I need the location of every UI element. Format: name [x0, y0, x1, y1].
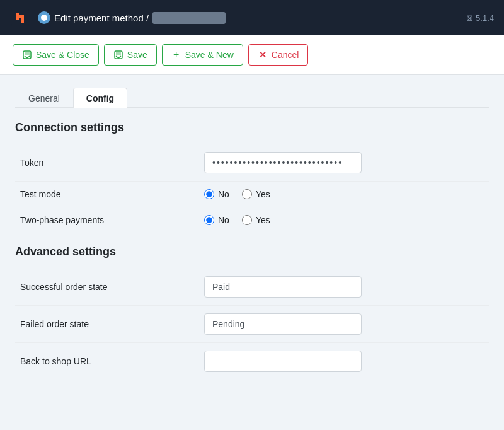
connection-form: Token Test mode No Yes [15, 144, 489, 233]
tab-bar: General Config [15, 88, 489, 108]
save-new-icon: + [171, 50, 181, 60]
toolbar: Save & Close Save + Save & New ✕ Cancel [0, 35, 504, 75]
topbar: Edit payment method / ⊠ 5.1.4 [0, 0, 504, 35]
connection-settings-title: Connection settings [15, 121, 489, 134]
cancel-icon: ✕ [258, 50, 268, 60]
advanced-form: Successful order state Failed order stat… [15, 269, 489, 380]
tab-config[interactable]: Config [73, 88, 127, 108]
two-phase-label: Two-phase payments [15, 215, 204, 225]
save-icon [113, 50, 123, 60]
test-mode-no-label: No [218, 189, 229, 199]
svg-rect-3 [25, 52, 30, 55]
two-phase-row: Two-phase payments No Yes [15, 207, 489, 233]
save-new-label: Save & New [185, 50, 234, 60]
test-mode-row: Test mode No Yes [15, 182, 489, 207]
advanced-settings-title: Advanced settings [15, 245, 489, 259]
test-mode-yes-option[interactable]: Yes [242, 189, 270, 199]
two-phase-no-label: No [218, 215, 229, 225]
back-to-shop-row: Back to shop URL [15, 343, 489, 380]
topbar-title: Edit payment method / [38, 11, 226, 24]
token-control [204, 152, 489, 173]
token-row: Token [15, 144, 489, 182]
test-mode-no-radio[interactable] [204, 189, 214, 199]
topbar-left: Edit payment method / [10, 8, 226, 28]
two-phase-no-radio[interactable] [204, 215, 214, 225]
save-label: Save [127, 50, 147, 60]
joomla-logo[interactable] [10, 8, 30, 28]
main-content: General Config Connection settings Token… [0, 75, 504, 405]
test-mode-control: No Yes [204, 189, 489, 199]
save-button[interactable]: Save [104, 44, 157, 66]
two-phase-control: No Yes [204, 215, 489, 225]
failed-order-input[interactable] [204, 313, 362, 335]
back-to-shop-label: Back to shop URL [15, 356, 204, 366]
successful-order-row: Successful order state [15, 269, 489, 306]
test-mode-radio-group: No Yes [204, 189, 270, 199]
svg-rect-5 [116, 52, 121, 55]
save-new-button[interactable]: + Save & New [162, 44, 243, 66]
token-label: Token [15, 158, 204, 168]
svg-point-1 [41, 15, 47, 21]
cancel-label: Cancel [272, 50, 299, 60]
cancel-button[interactable]: ✕ Cancel [248, 44, 309, 66]
test-mode-no-option[interactable]: No [204, 189, 229, 199]
advanced-settings-section: Advanced settings Successful order state… [15, 245, 489, 380]
two-phase-yes-option[interactable]: Yes [242, 215, 270, 225]
save-close-button[interactable]: Save & Close [13, 44, 99, 66]
version-label: ⊠ 5.1.4 [466, 13, 494, 23]
back-to-shop-input[interactable] [204, 351, 362, 372]
page-title: Edit payment method / [54, 13, 149, 23]
two-phase-radio-group: No Yes [204, 215, 270, 225]
edit-icon [38, 11, 50, 24]
successful-order-label: Successful order state [15, 282, 204, 292]
test-mode-yes-radio[interactable] [242, 189, 252, 199]
token-input[interactable] [204, 152, 362, 173]
breadcrumb-blurred [152, 12, 226, 24]
failed-order-label: Failed order state [15, 319, 204, 329]
successful-order-control [204, 276, 489, 298]
failed-order-row: Failed order state [15, 306, 489, 343]
connection-settings-section: Connection settings Token Test mode No [15, 121, 489, 233]
save-close-icon [22, 50, 32, 60]
back-to-shop-control [204, 351, 489, 372]
test-mode-yes-label: Yes [256, 189, 270, 199]
failed-order-control [204, 313, 489, 335]
two-phase-yes-label: Yes [256, 215, 270, 225]
tab-general[interactable]: General [15, 88, 73, 108]
save-close-label: Save & Close [36, 50, 89, 60]
two-phase-yes-radio[interactable] [242, 215, 252, 225]
successful-order-input[interactable] [204, 276, 362, 298]
test-mode-label: Test mode [15, 189, 204, 199]
two-phase-no-option[interactable]: No [204, 215, 229, 225]
